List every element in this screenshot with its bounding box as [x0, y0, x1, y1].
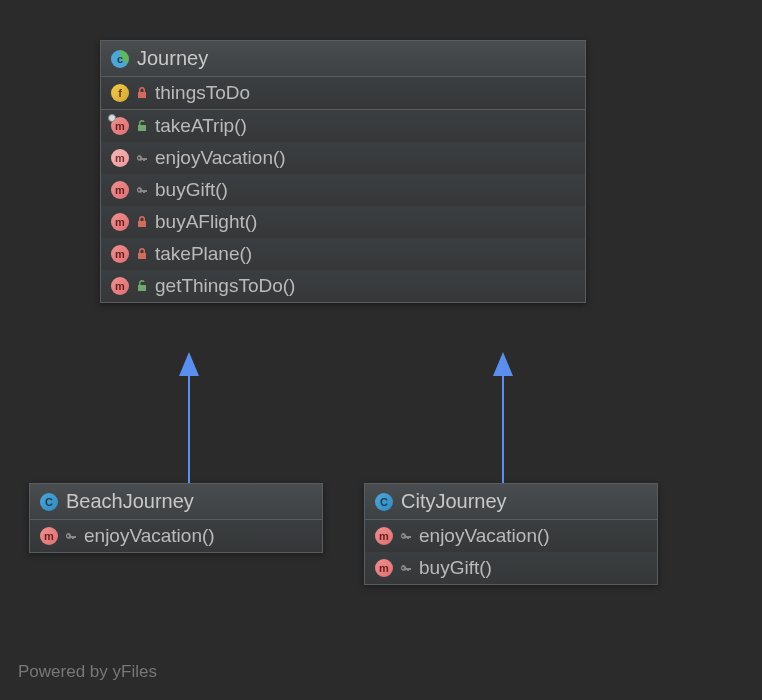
class-header: C BeachJourney [30, 484, 322, 520]
key-icon [135, 183, 149, 197]
methods-section: m takeATrip() m enjoyVacation() m buyGif… [101, 110, 585, 302]
method-row[interactable]: m enjoyVacation() [30, 520, 322, 552]
methods-section: m enjoyVacation() m buyGift() [365, 520, 657, 584]
method-label: getThingsToDo() [155, 275, 295, 297]
key-icon [64, 529, 78, 543]
method-label: buyGift() [419, 557, 492, 579]
key-icon [399, 561, 413, 575]
class-journey[interactable]: c Journey f thingsToDo m takeATrip() m e… [100, 40, 586, 303]
class-header: c Journey [101, 41, 585, 77]
class-name: CityJourney [401, 490, 507, 513]
lock-open-icon [135, 119, 149, 133]
methods-section: m enjoyVacation() [30, 520, 322, 552]
class-name: Journey [137, 47, 208, 70]
method-row[interactable]: m buyGift() [101, 174, 585, 206]
method-row[interactable]: m buyAFlight() [101, 206, 585, 238]
lock-closed-icon [135, 247, 149, 261]
class-header: C CityJourney [365, 484, 657, 520]
field-row[interactable]: f thingsToDo [101, 77, 585, 109]
method-row[interactable]: m getThingsToDo() [101, 270, 585, 302]
method-label: enjoyVacation() [419, 525, 550, 547]
method-row[interactable]: m takeATrip() [101, 110, 585, 142]
method-icon: m [111, 117, 129, 135]
method-label: enjoyVacation() [84, 525, 215, 547]
class-beachjourney[interactable]: C BeachJourney m enjoyVacation() [29, 483, 323, 553]
method-row[interactable]: m buyGift() [365, 552, 657, 584]
lock-closed-icon [135, 86, 149, 100]
method-row[interactable]: m enjoyVacation() [365, 520, 657, 552]
fields-section: f thingsToDo [101, 77, 585, 110]
class-name: BeachJourney [66, 490, 194, 513]
method-icon: m [111, 245, 129, 263]
class-icon: C [375, 493, 393, 511]
class-icon: c [111, 50, 129, 68]
method-icon: m [40, 527, 58, 545]
method-label: buyAFlight() [155, 211, 257, 233]
lock-open-icon [135, 279, 149, 293]
method-row[interactable]: m takePlane() [101, 238, 585, 270]
footer-label: Powered by yFiles [18, 662, 157, 682]
field-icon: f [111, 84, 129, 102]
key-icon [399, 529, 413, 543]
key-icon [135, 151, 149, 165]
class-icon: C [40, 493, 58, 511]
method-icon: m [111, 149, 129, 167]
method-label: buyGift() [155, 179, 228, 201]
method-row[interactable]: m enjoyVacation() [101, 142, 585, 174]
method-label: enjoyVacation() [155, 147, 286, 169]
method-label: takeATrip() [155, 115, 247, 137]
method-icon: m [375, 559, 393, 577]
method-icon: m [111, 181, 129, 199]
method-icon: m [111, 277, 129, 295]
pin-icon [108, 114, 116, 122]
method-icon: m [111, 213, 129, 231]
method-label: takePlane() [155, 243, 252, 265]
class-cityjourney[interactable]: C CityJourney m enjoyVacation() m buyGif… [364, 483, 658, 585]
method-icon: m [375, 527, 393, 545]
lock-closed-icon [135, 215, 149, 229]
field-label: thingsToDo [155, 82, 250, 104]
